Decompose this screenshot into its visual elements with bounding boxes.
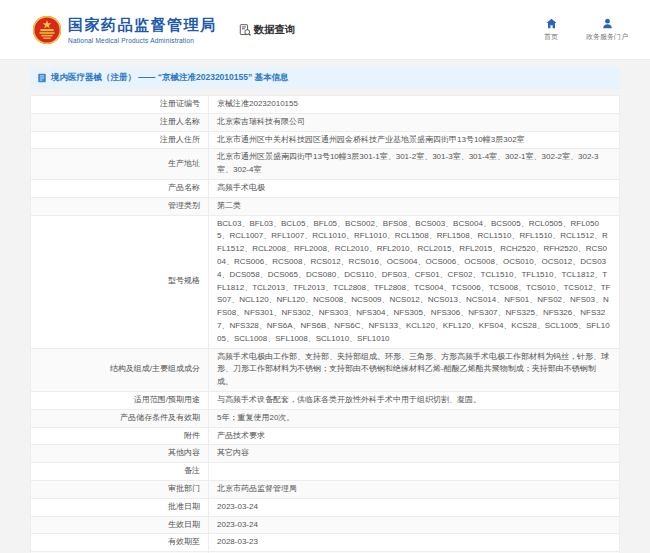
info-table: 注册证编号京械注准20232010155注册人名称北京索吉瑞科技有限公司注册人住…: [30, 95, 620, 553]
row-label: 结构及组成/主要组成成分: [31, 348, 209, 391]
data-query-label: 数据查询: [254, 23, 296, 37]
row-value: 2028-03-23: [209, 534, 620, 552]
home-icon: [546, 18, 557, 29]
row-label: 型号规格: [31, 215, 209, 348]
table-row: 管理类别第二类: [31, 197, 620, 215]
row-label: 注册证编号: [31, 96, 209, 114]
nav-home-label: 首页: [544, 32, 558, 42]
row-value: BCL03、BFL03、BCL05、BFL05、BCS002、BFS08、BCS…: [209, 215, 620, 348]
row-label: 有效期至: [31, 534, 209, 552]
table-row: 注册证编号京械注准20232010155: [31, 96, 620, 114]
brand[interactable]: 国家药品监督管理局 National Medical Products Admi…: [32, 15, 217, 45]
row-value: 北京市药品监督管理局: [209, 480, 620, 498]
table-row: 产品储存条件及有效期5年；重复使用20次。: [31, 409, 620, 427]
row-value: 高频手术电极: [209, 179, 620, 197]
row-label: 附件: [31, 427, 209, 445]
row-value: 第二类: [209, 197, 620, 215]
table-row: 审批部门北京市药品监督管理局: [31, 480, 620, 498]
table-row: 型号规格BCL03、BFL03、BCL05、BFL05、BCS002、BFS08…: [31, 215, 620, 348]
site-header: 国家药品监督管理局 National Medical Products Admi…: [0, 0, 650, 60]
row-value: 北京市通州区景盛南四街甲13号10幢3层301-1室、301-2室、301-3室…: [209, 149, 620, 180]
row-value: 北京市通州区中关村科技园区通州园金桥科技产业基地景盛南四街甲13号10幢3层30…: [209, 131, 620, 149]
row-label: 生产地址: [31, 149, 209, 180]
user-icon: [602, 18, 613, 29]
table-row: 适用范围/预期用途与高频手术设备配套，供临床各类开放性外科手术中用于组织切割、凝…: [31, 391, 620, 409]
brand-text: 国家药品监督管理局 National Medical Products Admi…: [68, 16, 217, 44]
nmpa-emblem-icon: [32, 15, 62, 45]
row-label: 生效日期: [31, 516, 209, 534]
row-value: 2023-03-24: [209, 498, 620, 516]
table-row: 产品名称高频手术电极: [31, 179, 620, 197]
table-row: 生效日期2023-03-24: [31, 516, 620, 534]
table-row: 生产地址北京市通州区景盛南四街甲13号10幢3层301-1室、301-2室、30…: [31, 149, 620, 180]
breadcrumb-text: 境内医疗器械（注册） —— “京械注准20232010155” 基本信息: [51, 72, 289, 84]
data-query-icon: [239, 24, 251, 36]
row-value: [209, 463, 620, 481]
nav-portal[interactable]: 政务服务门户: [586, 18, 628, 42]
row-value: 2023-03-24: [209, 516, 620, 534]
breadcrumb: 境内医疗器械（注册） —— “京械注准20232010155” 基本信息: [30, 67, 620, 89]
row-label: 备注: [31, 463, 209, 481]
row-label: 其他内容: [31, 445, 209, 463]
row-value: 与高频手术设备配套，供临床各类开放性外科手术中用于组织切割、凝固。: [209, 391, 620, 409]
row-label: 管理类别: [31, 197, 209, 215]
table-row: 批准日期2023-03-24: [31, 498, 620, 516]
row-value: 产品技术要求: [209, 427, 620, 445]
row-value: 其它内容: [209, 445, 620, 463]
table-row: 附件产品技术要求: [31, 427, 620, 445]
row-label: 注册人住所: [31, 131, 209, 149]
table-row: 结构及组成/主要组成成分高频手术电极由工作部、支持部、夹持部组成。环形、三角形、…: [31, 348, 620, 391]
page: 国家药品监督管理局 National Medical Products Admi…: [0, 0, 650, 553]
table-row: 有效期至2028-03-23: [31, 534, 620, 552]
table-row: 注册人名称北京索吉瑞科技有限公司: [31, 113, 620, 131]
info-table-body: 注册证编号京械注准20232010155注册人名称北京索吉瑞科技有限公司注册人住…: [31, 96, 620, 553]
table-row: 其他内容其它内容: [31, 445, 620, 463]
row-value: 京械注准20232010155: [209, 96, 620, 114]
row-value: 5年；重复使用20次。: [209, 409, 620, 427]
row-label: 产品储存条件及有效期: [31, 409, 209, 427]
row-label: 产品名称: [31, 179, 209, 197]
row-label: 批准日期: [31, 498, 209, 516]
row-label: 审批部门: [31, 480, 209, 498]
document-icon: [37, 73, 47, 83]
row-label: 适用范围/预期用途: [31, 391, 209, 409]
nav-data-query[interactable]: 数据查询: [239, 23, 296, 37]
table-row: 备注: [31, 463, 620, 481]
table-row: 注册人住所北京市通州区中关村科技园区通州园金桥科技产业基地景盛南四街甲13号10…: [31, 131, 620, 149]
row-value: 北京索吉瑞科技有限公司: [209, 113, 620, 131]
content-card: 境内医疗器械（注册） —— “京械注准20232010155” 基本信息 注册证…: [30, 67, 620, 553]
header-links: 首页 政务服务门户: [544, 18, 628, 42]
nav-home[interactable]: 首页: [544, 18, 558, 42]
brand-title: 国家药品监督管理局: [68, 16, 217, 35]
row-label: 注册人名称: [31, 113, 209, 131]
brand-subtitle: National Medical Products Administration: [68, 37, 217, 44]
row-value: 高频手术电极由工作部、支持部、夹持部组成。环形、三角形、方形高频手术电极工作部材…: [209, 348, 620, 391]
nav-portal-label: 政务服务门户: [586, 32, 628, 42]
